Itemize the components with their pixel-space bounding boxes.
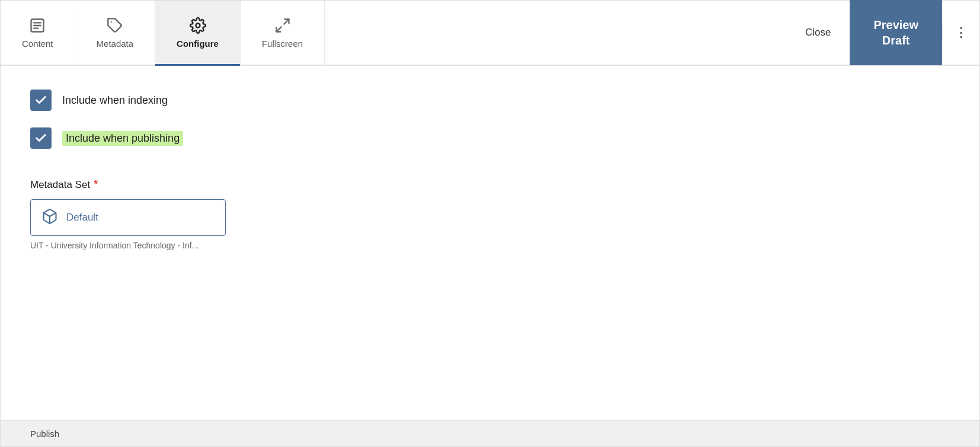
toolbar-spacer [325,1,786,65]
checkbox-publishing[interactable] [30,127,52,149]
svg-line-7 [276,27,281,31]
metadata-set-label: Metadata Set * [30,178,950,191]
checkbox-row-indexing: Include when indexing [30,90,950,111]
tab-metadata[interactable]: Metadata [75,1,156,65]
tab-fullscreen[interactable]: Fullscreen [241,1,325,65]
tab-content-label: Content [22,39,53,49]
tab-content[interactable]: Content [1,1,75,65]
tab-fullscreen-label: Fullscreen [262,39,303,49]
content-icon [29,17,46,34]
more-icon: ⋮ [955,25,968,40]
preview-draft-button[interactable]: PreviewDraft [850,0,942,65]
main-content: Include when indexing Include when publi… [1,66,979,420]
checkbox-row-publishing: Include when publishing [30,127,950,149]
app-container: Content Metadata Configure [0,0,980,447]
close-button[interactable]: Close [786,27,850,39]
metadata-icon [107,17,123,34]
fullscreen-icon [274,17,291,34]
metadata-section: Metadata Set * Default UIT - University … [30,178,950,250]
configure-icon [190,17,206,34]
checkmark-icon [34,94,47,107]
metadata-sub-label: UIT - University Information Technology … [30,241,950,250]
tab-metadata-label: Metadata [97,39,134,49]
tab-configure-label: Configure [177,39,219,49]
svg-point-5 [196,23,200,27]
required-star: * [94,178,98,191]
more-options-button[interactable]: ⋮ [942,25,979,40]
cube-icon [41,208,58,227]
checkbox-indexing[interactable] [30,90,52,111]
tab-configure[interactable]: Configure [155,1,241,65]
metadata-set-select[interactable]: Default [30,199,226,236]
checkmark-icon-publishing [34,132,47,145]
toolbar: Content Metadata Configure [1,1,979,66]
bottom-bar: Publish [1,420,979,446]
bottom-bar-text: Publish [30,429,59,439]
checkbox-indexing-label: Include when indexing [62,94,168,107]
checkbox-publishing-label: Include when publishing [62,131,183,146]
svg-line-6 [284,19,289,24]
toolbar-right: Close PreviewDraft ⋮ [786,1,979,65]
metadata-set-value: Default [66,212,98,224]
